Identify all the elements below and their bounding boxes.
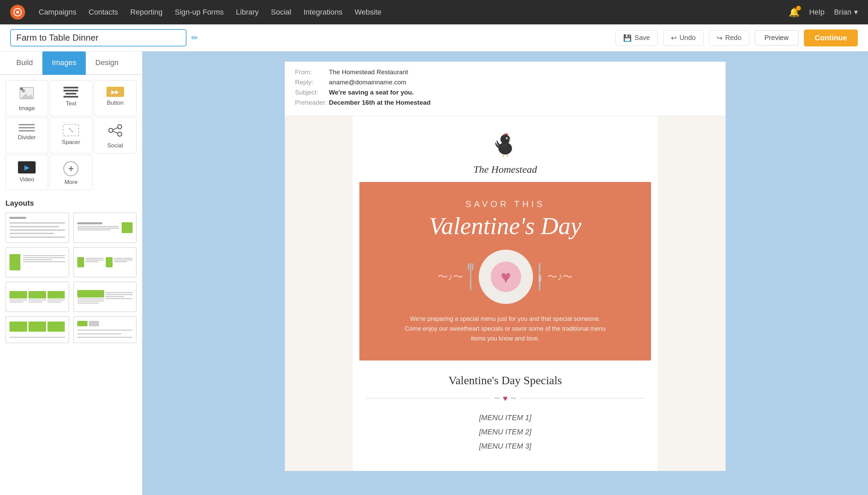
tab-images[interactable]: Images (43, 51, 86, 75)
user-menu[interactable]: Brian ▾ (834, 8, 858, 17)
svg-rect-20 (472, 263, 473, 270)
menu-item-2: [MENU ITEM 2] (479, 428, 531, 437)
nav-social[interactable]: Social (271, 6, 291, 19)
nav-library[interactable]: Library (236, 6, 259, 19)
nav-reporting[interactable]: Reporting (130, 6, 163, 19)
subject-row: Subject: We're saving a seat for you. (295, 89, 715, 96)
svg-point-1 (16, 11, 19, 14)
layout-image-text[interactable] (5, 247, 69, 277)
menu-items: [MENU ITEM 1] [MENU ITEM 2] [MENU ITEM 3… (366, 413, 644, 450)
reply-value: aname@domainname.com (329, 79, 406, 86)
heart-divider-icon: ♥ (503, 394, 507, 403)
element-social[interactable]: Social (94, 118, 137, 153)
logo-text: The Homestead (473, 164, 537, 175)
layouts-title: Layouts (5, 195, 137, 208)
editor-toolbar: ✏ 💾 Save ↩ Undo ↪ Redo Preview Continue (0, 24, 868, 51)
element-more[interactable]: + More (50, 155, 92, 190)
svg-point-9 (118, 132, 122, 136)
svg-point-8 (109, 129, 113, 133)
social-label: Social (107, 142, 123, 149)
specials-section: Valentine's Day Specials 〜 ♥ 〜 [MENU ITE… (353, 360, 658, 457)
svg-rect-18 (470, 263, 471, 277)
layout-text-image[interactable] (73, 212, 137, 243)
nav-campaigns[interactable]: Campaigns (39, 6, 76, 19)
element-video[interactable]: ▶ Video (5, 155, 48, 190)
tab-design[interactable]: Design (86, 51, 128, 75)
continue-button[interactable]: Continue (804, 30, 858, 47)
svg-line-15 (507, 154, 508, 157)
save-icon: 💾 (623, 34, 632, 42)
more-element-icon: + (63, 161, 78, 176)
text-label: Text (66, 100, 76, 107)
divider-left (366, 398, 490, 398)
spacer-element-icon: ⤡ (63, 124, 79, 136)
email-metadata: From: The Homestead Restaurant Reply: an… (285, 62, 725, 116)
swirl-left-icon: 〜♪〜 (438, 270, 463, 284)
nav-contacts[interactable]: Contacts (88, 6, 118, 19)
menu-item-3: [MENU ITEM 3] (479, 442, 531, 450)
homestead-logo: The Homestead (360, 130, 651, 175)
nav-website[interactable]: Website (355, 6, 381, 19)
layout-grid-text[interactable] (73, 316, 137, 343)
toolbar-actions: 💾 Save ↩ Undo ↪ Redo Preview Continue (615, 30, 858, 47)
image-label: Image (19, 105, 35, 112)
element-image[interactable]: ⚙ Image (5, 80, 48, 116)
email-body: The Homestead SAVOR THIS Valentine's Day… (353, 116, 658, 471)
preheader-label: Preheader: (295, 99, 329, 106)
hero-plate-area: 〜♪〜 ♥ (373, 250, 637, 304)
reply-label: Reply: (295, 79, 329, 86)
layout-three-col[interactable] (5, 281, 69, 312)
nav-integrations[interactable]: Integrations (303, 6, 343, 19)
svg-point-17 (507, 138, 508, 139)
svg-line-10 (113, 128, 118, 130)
heart-icon: ♥ (490, 261, 521, 292)
redo-button[interactable]: ↪ Redo (709, 30, 749, 46)
from-row: From: The Homestead Restaurant (295, 68, 715, 76)
text-element-icon (63, 87, 78, 98)
svg-line-11 (113, 131, 118, 133)
divider-ornament: 〜 ♥ 〜 (366, 394, 644, 403)
divider-label: Divider (18, 134, 36, 141)
button-label: Button (107, 100, 123, 106)
preheader-row: Preheader: December 16th at the Homestea… (295, 99, 715, 106)
redo-icon: ↪ (717, 34, 722, 42)
layout-three-image-text[interactable] (5, 316, 69, 343)
menu-item-1: [MENU ITEM 1] (479, 413, 531, 422)
email-logo-area: The Homestead (353, 116, 658, 182)
layouts-section: Layouts (0, 195, 142, 343)
subject-value: We're saving a seat for you. (329, 89, 414, 96)
nav-items: Campaigns Contacts Reporting Sign-up For… (39, 6, 775, 19)
nav-signup-forms[interactable]: Sign-up Forms (175, 6, 224, 19)
preview-button[interactable]: Preview (755, 30, 799, 46)
layout-text-only[interactable] (5, 212, 69, 243)
social-element-icon (107, 124, 123, 140)
element-text[interactable]: Text (50, 80, 92, 116)
hero-savor-text: SAVOR THIS (373, 199, 637, 209)
svg-line-14 (502, 154, 503, 157)
element-button[interactable]: ▶ Button (94, 80, 137, 116)
svg-rect-21 (470, 277, 471, 290)
subject-label: Subject: (295, 89, 329, 96)
sidebar: Build Images Design ⚙ Image (0, 51, 143, 495)
undo-button[interactable]: ↩ Undo (663, 30, 704, 46)
app-logo[interactable] (10, 5, 25, 20)
help-link[interactable]: Help (809, 8, 824, 17)
svg-point-13 (500, 135, 510, 144)
edit-icon[interactable]: ✏ (191, 33, 198, 43)
layout-image-two-col[interactable] (73, 281, 137, 312)
elements-grid: ⚙ Image Text (0, 75, 142, 195)
divider-right (520, 398, 644, 398)
svg-rect-22 (539, 263, 540, 273)
save-button[interactable]: 💾 Save (615, 30, 658, 46)
main-layout: Build Images Design ⚙ Image (0, 51, 868, 495)
notifications-icon[interactable]: 🔔 (789, 7, 800, 18)
campaign-title-input[interactable] (10, 29, 186, 47)
hero-banner: SAVOR THIS Valentine's Day 〜♪〜 (360, 182, 651, 360)
swirl-right-icon: 〜♪〜 (547, 270, 573, 284)
element-spacer[interactable]: ⤡ Spacer (50, 118, 92, 153)
element-divider[interactable]: Divider (5, 118, 48, 153)
layout-two-col[interactable] (73, 247, 137, 277)
notification-badge (796, 6, 801, 11)
tab-build[interactable]: Build (7, 51, 43, 75)
svg-rect-19 (468, 263, 469, 270)
